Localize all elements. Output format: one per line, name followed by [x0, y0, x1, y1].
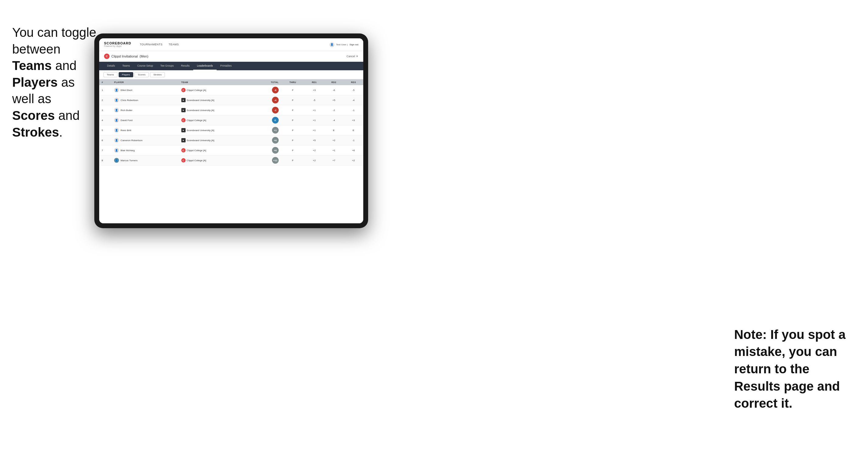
tab-leaderboards[interactable]: Leaderboards [193, 62, 216, 70]
cell-player: 👤Rees Britt [112, 125, 179, 135]
toggle-strokes[interactable]: Strokes [150, 72, 165, 77]
cell-rd3: +3 [344, 115, 364, 125]
cell-player: 👤Blair McHarg [112, 146, 179, 155]
player-avatar: 👤 [114, 128, 119, 133]
team-name: Scoreboard University [A] [187, 99, 215, 102]
teams-bold: Teams [12, 58, 52, 73]
cell-rd2: +5 [324, 95, 343, 105]
player-avatar: 👤 [114, 108, 119, 113]
team-logo: C [181, 88, 186, 92]
tab-results[interactable]: Results [177, 62, 193, 70]
tab-bar: Details Teams Course Setup Tee Groups Re… [99, 62, 363, 70]
col-total: TOTAL [255, 80, 281, 85]
table-row: 2👤Chris Robertson■Scoreboard University … [99, 95, 363, 105]
cell-rd1: +2 [305, 146, 324, 155]
tab-teams[interactable]: Teams [119, 62, 133, 70]
player-name: Marcus Turners [121, 159, 137, 162]
team-name: Scoreboard University [A] [187, 139, 215, 142]
toggle-players[interactable]: Players [119, 72, 133, 77]
table-row: 1👤Elliot EbertCClippd College [A]-8F+3-6… [99, 85, 363, 95]
cell-rank: 4 [99, 115, 112, 125]
player-avatar: 👤 [114, 148, 119, 153]
cell-team: CClippd College [A] [179, 155, 255, 165]
total-score-badge: +6 [272, 137, 279, 144]
tablet-screen: SCOREBOARD Powered by clippd TOURNAMENTS… [99, 38, 363, 223]
team-logo: C [181, 158, 186, 162]
cancel-label: Cancel [346, 55, 355, 58]
table-header-row: # PLAYER TEAM TOTAL THRU RD1 RD2 RD3 [99, 80, 363, 85]
toggle-scores[interactable]: Scores [134, 72, 149, 77]
cell-rd3: -4 [344, 95, 364, 105]
total-score-badge: -8 [272, 87, 279, 93]
col-rd1: RD1 [305, 80, 324, 85]
cell-player: 👤David Ford [112, 115, 179, 125]
col-rd2: RD2 [324, 80, 343, 85]
table-row: 7👤Blair McHargCClippd College [A]+6F+2+1… [99, 146, 363, 155]
sub-toggle-bar: Teams Players Scores Strokes [99, 70, 363, 80]
player-name: David Ford [121, 119, 132, 122]
team-name: Scoreboard University [A] [187, 129, 215, 132]
cell-rd3: E [344, 125, 364, 135]
cell-thru: F [281, 95, 305, 105]
cell-rd2: +7 [324, 155, 343, 165]
sign-out-link[interactable]: Sign out [349, 43, 359, 46]
cell-rank: 7 [99, 146, 112, 155]
cell-team: ■Scoreboard University [A] [179, 105, 255, 115]
scores-bold: Scores [12, 108, 55, 123]
cell-thru: F [281, 125, 305, 135]
cell-rd1: +2 [305, 155, 324, 165]
cancel-button[interactable]: Cancel ✕ [346, 55, 359, 58]
col-player: PLAYER [112, 80, 179, 85]
cell-player: 👤Rich Butler [112, 105, 179, 115]
toggle-teams[interactable]: Teams [103, 72, 118, 77]
logo-area: SCOREBOARD Powered by clippd [104, 42, 131, 48]
right-annotation: Note: If you spot a mistake, you can ret… [734, 326, 850, 412]
cell-total: -2 [255, 105, 281, 115]
player-name: Blair McHarg [121, 149, 134, 152]
cell-rd1: +1 [305, 125, 324, 135]
cell-team: CClippd College [A] [179, 85, 255, 95]
cell-rank: 6 [99, 135, 112, 146]
player-name: Cameron Robertson [121, 139, 143, 142]
cell-rd2: -4 [324, 115, 343, 125]
players-bold: Players [12, 75, 58, 89]
team-logo: ■ [181, 98, 186, 102]
tab-details[interactable]: Details [103, 62, 119, 70]
tab-tee-groups[interactable]: Tee Groups [157, 62, 177, 70]
team-logo: C [181, 118, 186, 122]
cell-rank: 1 [99, 85, 112, 95]
cell-team: ■Scoreboard University [A] [179, 135, 255, 146]
cell-thru: F [281, 115, 305, 125]
top-nav: SCOREBOARD Powered by clippd TOURNAMENTS… [99, 38, 363, 51]
cell-player: 👤Elliot Ebert [112, 85, 179, 95]
player-avatar: 👤 [114, 138, 119, 143]
logo-subtitle: Powered by clippd [104, 45, 131, 48]
cell-rank: 8 [99, 155, 112, 165]
cell-rd1: +1 [305, 115, 324, 125]
cell-total: E [255, 115, 281, 125]
nav-tournaments[interactable]: TOURNAMENTS [136, 38, 165, 51]
cell-rank: 2 [99, 95, 112, 105]
team-logo: ■ [181, 138, 186, 143]
cell-rd1: -5 [305, 95, 324, 105]
cell-rd2: +1 [324, 146, 343, 155]
cell-rd1: +3 [305, 85, 324, 95]
total-score-badge: E [272, 117, 279, 124]
cell-team: ■Scoreboard University [A] [179, 95, 255, 105]
tab-course-setup[interactable]: Course Setup [133, 62, 157, 70]
tab-printables[interactable]: Printables [217, 62, 236, 70]
tournament-name: C Clippd Invitational (Men) [104, 54, 149, 59]
cell-total: +6 [255, 146, 281, 155]
team-name: Clippd College [A] [187, 159, 206, 162]
nav-teams[interactable]: TEAMS [165, 38, 182, 51]
col-rd3: RD3 [344, 80, 364, 85]
cell-rd2: E [324, 125, 343, 135]
total-score-badge: -2 [272, 107, 279, 114]
table-row: 5👤Rees Britt■Scoreboard University [A]+1… [99, 125, 363, 135]
user-area: 👤 Test User | Sign out [330, 42, 359, 47]
cell-total: -8 [255, 85, 281, 95]
cell-rd1: +5 [305, 135, 324, 146]
strokes-bold: Strokes [12, 125, 59, 139]
col-team: TEAM [179, 80, 255, 85]
cell-player: 👤Chris Robertson [112, 95, 179, 105]
